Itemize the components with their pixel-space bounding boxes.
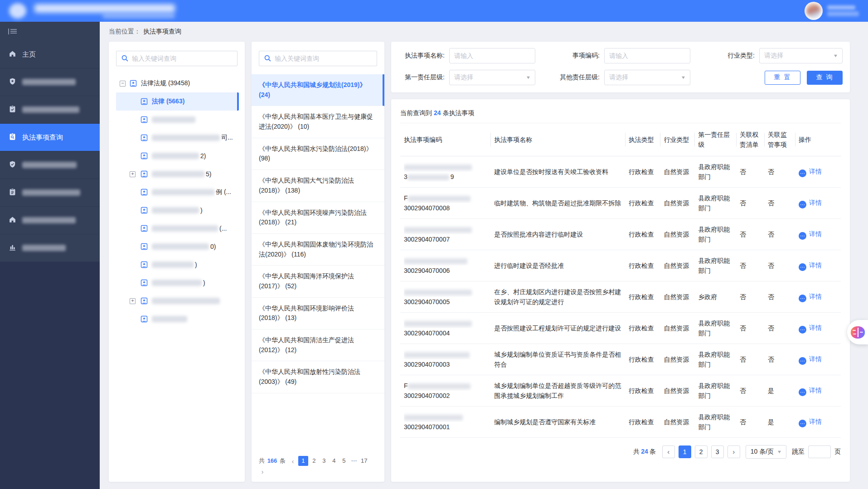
column-header: 关联权责清单 [736, 123, 764, 156]
tree-node[interactable]: ) [109, 201, 245, 219]
redacted-text [22, 162, 77, 168]
page-number[interactable]: 5 [340, 456, 348, 466]
assistant-widget[interactable] [847, 320, 868, 344]
action-cell: ⋯详情 [795, 250, 841, 281]
sidebar-item-blurred-5[interactable] [0, 207, 100, 234]
tree-node-root[interactable]: −法律法规 (39458) [109, 74, 245, 92]
law-list-item[interactable]: 《中华人民共和国放射性污染防治法(2003)》 (49) [252, 361, 384, 393]
sidebar-item-blurred-3[interactable] [0, 151, 100, 179]
expand-toggle-icon[interactable]: + [130, 298, 136, 304]
page-number[interactable]: 17 [360, 456, 368, 466]
law-list-item[interactable]: 《中华人民共和国海洋环境保护法(2017)》 (52) [252, 266, 384, 297]
tree-node[interactable]: +5) [109, 165, 245, 183]
law-list-item[interactable]: 《中华人民共和国固体废物污染环境防治法(2020)》 (116) [252, 234, 384, 266]
tree-node[interactable]: ) [109, 256, 245, 274]
matter-name-cell: 是否按照批准内容进行临时建设 [490, 219, 625, 250]
jump-page-input[interactable] [808, 445, 831, 458]
level-cell: 县政府职能部门 [694, 219, 736, 250]
redacted-text [152, 116, 195, 123]
detail-link[interactable]: 详情 [809, 168, 822, 175]
tree-node[interactable] [109, 111, 245, 129]
reset-button[interactable]: 重 置 [765, 71, 800, 85]
industry-cell: 自然资源 [660, 188, 694, 219]
tree-node[interactable]: 司... [109, 129, 245, 147]
prev-page-icon[interactable]: ‹ [289, 457, 296, 465]
tree-node[interactable]: + [109, 292, 245, 310]
tree-node[interactable]: 2) [109, 147, 245, 165]
detail-link[interactable]: 详情 [809, 418, 822, 425]
next-page-icon[interactable]: › [259, 468, 266, 475]
page-number[interactable]: 1 [298, 456, 308, 466]
matter-code-cell: F3002904070002 [400, 375, 490, 407]
clipboard-search-icon [8, 132, 17, 142]
tree-node-label-suffix: 例 (... [216, 188, 231, 196]
detail-link[interactable]: 详情 [809, 230, 822, 237]
page-number[interactable]: 3 [320, 456, 328, 466]
detail-icon: ⋯ [799, 388, 806, 396]
exec-type-cell: 行政检查 [625, 407, 660, 438]
matter-name-cell: 是否按照建设工程规划许可证的规定进行建设 [490, 313, 625, 344]
industry-select[interactable]: 请选择 ▼ [759, 48, 843, 63]
sidebar-item-home[interactable]: 主页 [0, 41, 100, 68]
detail-link[interactable]: 详情 [809, 261, 822, 269]
action-cell: ⋯详情 [795, 281, 841, 313]
sidebar-item-blurred-2[interactable] [0, 96, 100, 124]
next-page-icon[interactable]: › [727, 445, 740, 458]
avatar[interactable] [805, 2, 823, 20]
tree-node[interactable] [109, 310, 245, 328]
page-number[interactable]: 2 [695, 445, 708, 458]
prev-page-icon[interactable]: ‹ [662, 445, 675, 458]
expand-toggle-icon[interactable]: + [130, 171, 136, 177]
sidebar-item-enforcement-matter-query[interactable]: 执法事项查询 [0, 124, 100, 151]
matter-code-cell: 3002904070001 [400, 407, 490, 438]
law-list-item[interactable]: 《中华人民共和国城乡规划法(2019)》 (24) [252, 74, 384, 106]
law-list-item[interactable]: 《中华人民共和国大气污染防治法(2018)》 (138) [252, 170, 384, 202]
law-list-item[interactable]: 《中华人民共和国基本医疗卫生与健康促进法(2020)》 (10) [252, 106, 384, 138]
matter-name-input[interactable] [449, 48, 535, 63]
query-button[interactable]: 查 询 [807, 71, 843, 85]
detail-link[interactable]: 详情 [809, 355, 822, 363]
law-list-item[interactable]: 《中华人民共和国环境噪声污染防治法(2018)》 (21) [252, 202, 384, 234]
tree-node[interactable]: ) [109, 274, 245, 292]
results-panel: 当前查询到24条执法事项 执法事项编码执法事项名称执法类型行业类型第一责任层级关… [391, 99, 850, 482]
matter-code-line2: 3002904070004 [404, 328, 487, 338]
column-header: 执法事项名称 [490, 123, 625, 156]
matter-code-line1 [404, 287, 487, 297]
page-number[interactable]: 1 [679, 445, 691, 458]
page-number[interactable]: ⋯ [350, 456, 358, 466]
level-cell: 县政府职能部门 [694, 156, 736, 188]
results-total: 共24条 [633, 448, 656, 456]
detail-link[interactable]: 详情 [809, 324, 822, 331]
other-level-select[interactable]: 请选择 ▼ [604, 70, 690, 85]
detail-link[interactable]: 详情 [809, 199, 822, 206]
tree-node[interactable]: (... [109, 219, 245, 237]
detail-link[interactable]: 详情 [809, 293, 822, 300]
matter-code-line2: 3002904070001 [404, 422, 487, 432]
primary-level-select[interactable]: 请选择 ▼ [449, 70, 535, 85]
tree-node[interactable]: 例 (... [109, 183, 245, 201]
menu-collapse-icon[interactable] [8, 28, 17, 34]
tree-node[interactable]: 0) [109, 237, 245, 256]
detail-link[interactable]: 详情 [809, 387, 822, 394]
page-number[interactable]: 2 [310, 456, 318, 466]
tree-node[interactable]: 法律 (5663) [116, 92, 239, 111]
law-search-input[interactable] [259, 51, 377, 66]
sidebar-item-blurred-4[interactable] [0, 179, 100, 207]
redacted-text [404, 290, 472, 295]
matter-code-input[interactable] [604, 48, 690, 63]
sidebar-item-blurred-1[interactable] [0, 68, 100, 96]
law-list-item[interactable]: 《中华人民共和国清洁生产促进法(2012)》 (12) [252, 329, 384, 361]
top-header [0, 0, 868, 22]
collapse-toggle-icon[interactable]: − [120, 81, 126, 87]
sidebar-item-blurred-6[interactable] [0, 234, 100, 262]
matter-code-cell: F3002904070008 [400, 188, 490, 219]
page-number[interactable]: 4 [330, 456, 338, 466]
redacted-text [152, 280, 202, 286]
page-size-select[interactable]: 10 条/页 ▼ [746, 445, 786, 459]
matter-name-cell: 编制城乡规划是否遵守国家有关标准 [490, 407, 625, 438]
tree-search-input[interactable] [116, 51, 238, 66]
action-cell: ⋯详情 [795, 219, 841, 250]
law-list-item[interactable]: 《中华人民共和国环境影响评价法(2018)》 (13) [252, 298, 384, 329]
law-list-item[interactable]: 《中华人民共和国水污染防治法(2018)》 (98) [252, 138, 384, 170]
page-number[interactable]: 3 [711, 445, 724, 458]
